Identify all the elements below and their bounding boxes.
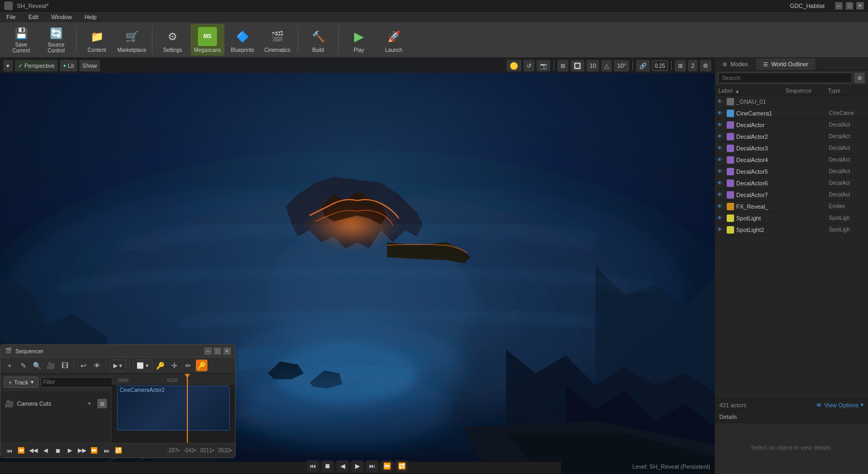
outliner-settings-button[interactable]: ⚙ bbox=[854, 73, 865, 83]
viewport-mode-dropdown[interactable]: ▾ bbox=[3, 60, 13, 71]
pb-prev-frame[interactable]: ⏪ bbox=[16, 445, 26, 456]
toolbar-launch[interactable]: 🚀 Launch bbox=[377, 24, 411, 56]
pb-back[interactable]: ◀ bbox=[40, 445, 51, 456]
minimize-button[interactable]: ─ bbox=[835, 2, 843, 10]
toolbar-content[interactable]: 📁 Content bbox=[80, 24, 114, 56]
pb-fwd-step[interactable]: ▶▶ bbox=[77, 445, 87, 456]
cpb-loop[interactable]: 🔁 bbox=[396, 460, 408, 472]
show-button[interactable]: Show bbox=[79, 60, 101, 71]
eye-icon: 👁 bbox=[717, 99, 726, 104]
list-item[interactable]: 👁 DecalActor7 DecalAct bbox=[715, 189, 868, 201]
seq-add-button[interactable]: + bbox=[4, 360, 15, 371]
toolbar-play[interactable]: ▶ Play bbox=[342, 24, 376, 56]
outliner-search: ⚙ bbox=[715, 70, 868, 86]
cpb-goto-end[interactable]: ⏭ bbox=[366, 460, 378, 472]
maximize-button[interactable]: □ bbox=[846, 2, 853, 10]
pb-goto-start[interactable]: ⏮ bbox=[4, 445, 14, 456]
list-item[interactable]: 👁 SpotLight SpotLigh bbox=[715, 212, 868, 224]
pb-play[interactable]: ▶ bbox=[65, 445, 75, 456]
track-filter-input[interactable] bbox=[41, 377, 113, 388]
list-item[interactable]: 👁 FX_Reveal_ Emitter bbox=[715, 201, 868, 212]
vp-btn-settings[interactable]: ⚙ bbox=[700, 60, 711, 71]
seq-camera-button[interactable]: 🎥 bbox=[45, 360, 57, 371]
view-options-button[interactable]: 👁 View Options ▾ bbox=[816, 401, 864, 408]
source-control-icon: 🔄 bbox=[47, 26, 66, 41]
seq-maximize-button[interactable]: □ bbox=[214, 347, 221, 355]
toolbar-marketplace[interactable]: 🛒 Marketplace bbox=[115, 24, 149, 56]
vp-btn-camera[interactable]: 📷 bbox=[537, 60, 550, 71]
vp-btn-grid-size[interactable]: 10 bbox=[586, 60, 599, 71]
seq-close-button[interactable]: ✕ bbox=[223, 347, 231, 355]
vp-btn-link[interactable]: 🔗 bbox=[636, 60, 650, 71]
world-outliner-label: World Outliner bbox=[771, 61, 808, 67]
timeline-playhead[interactable] bbox=[187, 374, 188, 443]
seq-pen-button[interactable]: ✏ bbox=[182, 360, 194, 371]
tab-modes[interactable]: ⚙ Modes bbox=[715, 58, 756, 70]
tl-num-2: -042• bbox=[184, 448, 196, 453]
seq-play-dropdown[interactable]: ▶ ▾ bbox=[110, 360, 126, 371]
list-item[interactable]: 👁 DecalActor DecalAct bbox=[715, 119, 868, 131]
vp-btn-layout[interactable]: ⊞ bbox=[675, 60, 686, 71]
toolbar-megascans[interactable]: MS Megascans bbox=[191, 24, 224, 56]
list-item[interactable]: 👁 DecalActor6 DecalAct bbox=[715, 177, 868, 189]
seq-key-button[interactable]: 🔑 bbox=[155, 360, 166, 371]
pb-fwd[interactable]: ⏩ bbox=[89, 445, 100, 456]
seq-minimize-button[interactable]: ─ bbox=[204, 347, 212, 355]
cpb-stop[interactable]: ⏹ bbox=[322, 460, 333, 472]
toolbar-build[interactable]: 🔨 Build bbox=[301, 24, 335, 56]
vp-btn-angle[interactable]: △ bbox=[601, 60, 612, 71]
list-item[interactable]: 👁 _GNAU_01 bbox=[715, 96, 868, 108]
vp-btn-rotate[interactable]: ↺ bbox=[523, 60, 535, 71]
add-track-button[interactable]: + Track ▾ bbox=[4, 377, 39, 388]
cpb-skip-fwd[interactable]: ⏩ bbox=[381, 460, 393, 472]
timeline-area[interactable]: 0000 0120 CineCameraActor2 bbox=[112, 374, 235, 443]
menu-file[interactable]: File bbox=[4, 13, 18, 21]
toolbar-blueprints[interactable]: 🔷 Blueprints bbox=[225, 24, 259, 56]
cpb-goto-start[interactable]: ⏮ bbox=[307, 460, 319, 472]
camera-cuts-track[interactable]: 🎥 Camera Cuts + ⊞ bbox=[1, 391, 111, 416]
seq-selection-dropdown[interactable]: ⬜ ▾ bbox=[133, 360, 152, 371]
toolbar-source-control[interactable]: 🔄 Source Control bbox=[39, 24, 73, 56]
seq-undo-button[interactable]: ↩ bbox=[77, 360, 89, 371]
vp-speed-input[interactable] bbox=[652, 60, 668, 71]
pb-goto-end[interactable]: ⏭ bbox=[101, 445, 112, 456]
vp-btn-sphere[interactable]: 🟡 bbox=[507, 60, 521, 71]
tab-world-outliner[interactable]: ☰ World Outliner bbox=[756, 58, 816, 70]
toolbar-settings[interactable]: ⚙ Settings bbox=[156, 24, 189, 56]
cpb-back[interactable]: ◀ bbox=[337, 460, 348, 472]
list-item[interactable]: 👁 DecalActor5 DecalAct bbox=[715, 166, 868, 177]
seq-search-button[interactable]: 🔍 bbox=[31, 360, 43, 371]
list-item[interactable]: 👁 CineCamera1 CineCame bbox=[715, 108, 868, 119]
camera-track-clip[interactable]: CineCameraActor2 bbox=[117, 386, 230, 431]
viewport[interactable]: ▾ ✓ Perspective ● Lit Show 🟡 ↺ 📷 ⊞ 🔳 10 bbox=[0, 58, 715, 474]
seq-move-button[interactable]: ✛ bbox=[168, 360, 180, 371]
toolbar-cinematics[interactable]: 🎬 Cinematics bbox=[260, 24, 294, 56]
eye-icon: 👁 bbox=[717, 180, 726, 186]
close-button[interactable]: ✕ bbox=[856, 2, 864, 10]
cpb-play[interactable]: ▶ bbox=[351, 460, 363, 472]
pb-back-step[interactable]: ◀◀ bbox=[28, 445, 39, 456]
outliner-search-input[interactable] bbox=[718, 73, 852, 83]
list-item[interactable]: 👁 DecalActor2 DecalAct bbox=[715, 131, 868, 142]
toolbar-save-current[interactable]: 💾 Save Current bbox=[4, 24, 38, 56]
menu-help[interactable]: Help bbox=[83, 13, 99, 21]
perspective-button[interactable]: ✓ Perspective bbox=[15, 60, 58, 71]
pb-loop[interactable]: 🔁 bbox=[113, 445, 124, 456]
menu-edit[interactable]: Edit bbox=[26, 13, 41, 21]
vp-btn-grid[interactable]: ⊞ bbox=[557, 60, 568, 71]
seq-auto-key-button[interactable]: 🔑 bbox=[196, 360, 207, 371]
track-record-button[interactable]: ⊞ bbox=[97, 399, 107, 408]
seq-edit-button[interactable]: ✎ bbox=[17, 360, 29, 371]
seq-film-button[interactable]: 🎞 bbox=[59, 360, 70, 371]
seq-eye-button[interactable]: 👁 bbox=[91, 360, 103, 371]
vp-btn-count[interactable]: 2 bbox=[688, 60, 698, 71]
lit-button[interactable]: ● Lit bbox=[60, 60, 77, 71]
menu-window[interactable]: Window bbox=[49, 13, 74, 21]
list-item[interactable]: 👁 DecalActor3 DecalAct bbox=[715, 142, 868, 154]
vp-btn-angle-size[interactable]: 10° bbox=[614, 60, 629, 71]
pb-stop[interactable]: ⏹ bbox=[52, 445, 63, 456]
list-item[interactable]: 👁 SpotLight2 SpotLigh bbox=[715, 224, 868, 236]
list-item[interactable]: 👁 DecalActor4 DecalAct bbox=[715, 154, 868, 166]
vp-btn-snapping[interactable]: 🔳 bbox=[571, 60, 584, 71]
track-add-button[interactable]: + bbox=[85, 399, 94, 408]
